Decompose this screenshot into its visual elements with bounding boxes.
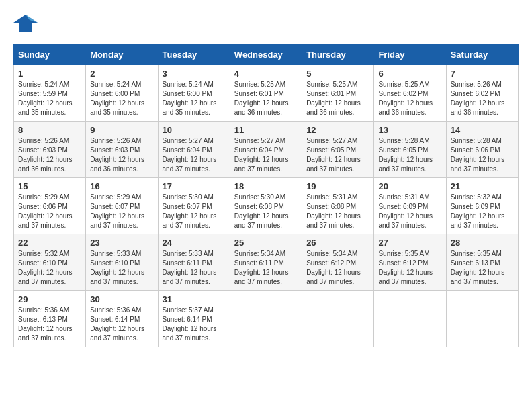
day-number: 28 bbox=[451, 238, 514, 248]
day-number: 3 bbox=[163, 68, 226, 79]
day-info: Sunrise: 5:26 AMSunset: 6:03 PMDaylight:… bbox=[18, 136, 81, 174]
calendar-cell: 23Sunrise: 5:33 AMSunset: 6:10 PMDayligh… bbox=[86, 234, 158, 291]
calendar-cell: 10Sunrise: 5:27 AMSunset: 6:04 PMDayligh… bbox=[158, 122, 230, 178]
calendar-cell: 17Sunrise: 5:30 AMSunset: 6:07 PMDayligh… bbox=[158, 178, 230, 234]
day-number: 1 bbox=[18, 68, 81, 79]
calendar-cell: 22Sunrise: 5:32 AMSunset: 6:10 PMDayligh… bbox=[14, 234, 86, 291]
day-info: Sunrise: 5:24 AMSunset: 5:59 PMDaylight:… bbox=[18, 80, 81, 118]
calendar-cell: 5Sunrise: 5:25 AMSunset: 6:01 PMDaylight… bbox=[302, 65, 374, 122]
day-number: 11 bbox=[234, 125, 298, 135]
day-info: Sunrise: 5:34 AMSunset: 6:12 PMDaylight:… bbox=[306, 249, 369, 287]
calendar-cell: 14Sunrise: 5:28 AMSunset: 6:06 PMDayligh… bbox=[446, 122, 518, 178]
calendar-cell: 29Sunrise: 5:36 AMSunset: 6:13 PMDayligh… bbox=[14, 291, 86, 347]
calendar-cell: 19Sunrise: 5:31 AMSunset: 6:08 PMDayligh… bbox=[302, 178, 374, 234]
day-info: Sunrise: 5:29 AMSunset: 6:07 PMDaylight:… bbox=[90, 193, 153, 230]
day-info: Sunrise: 5:25 AMSunset: 6:02 PMDaylight:… bbox=[378, 80, 441, 118]
day-info: Sunrise: 5:37 AMSunset: 6:14 PMDaylight:… bbox=[163, 306, 226, 343]
calendar-cell: 31Sunrise: 5:37 AMSunset: 6:14 PMDayligh… bbox=[158, 291, 230, 347]
day-number: 7 bbox=[451, 68, 514, 79]
day-number: 16 bbox=[90, 181, 153, 191]
calendar-week-row: 8Sunrise: 5:26 AMSunset: 6:03 PMDaylight… bbox=[14, 122, 519, 178]
day-number: 31 bbox=[163, 294, 226, 304]
day-info: Sunrise: 5:27 AMSunset: 6:04 PMDaylight:… bbox=[234, 136, 298, 174]
calendar-cell: 9Sunrise: 5:26 AMSunset: 6:03 PMDaylight… bbox=[86, 122, 158, 178]
calendar-cell bbox=[446, 291, 518, 347]
day-number: 15 bbox=[18, 181, 81, 191]
day-info: Sunrise: 5:33 AMSunset: 6:11 PMDaylight:… bbox=[163, 249, 226, 287]
calendar-day-header: Saturday bbox=[446, 45, 518, 65]
day-info: Sunrise: 5:25 AMSunset: 6:01 PMDaylight:… bbox=[234, 80, 298, 118]
calendar-week-row: 15Sunrise: 5:29 AMSunset: 6:06 PMDayligh… bbox=[14, 178, 519, 234]
day-number: 20 bbox=[378, 181, 441, 191]
calendar-week-row: 22Sunrise: 5:32 AMSunset: 6:10 PMDayligh… bbox=[14, 234, 519, 291]
day-info: Sunrise: 5:28 AMSunset: 6:05 PMDaylight:… bbox=[378, 136, 441, 174]
calendar-cell: 20Sunrise: 5:31 AMSunset: 6:09 PMDayligh… bbox=[374, 178, 446, 234]
calendar-cell: 25Sunrise: 5:34 AMSunset: 6:11 PMDayligh… bbox=[230, 234, 302, 291]
day-info: Sunrise: 5:27 AMSunset: 6:05 PMDaylight:… bbox=[306, 136, 369, 174]
calendar-cell: 28Sunrise: 5:35 AMSunset: 6:13 PMDayligh… bbox=[446, 234, 518, 291]
calendar-day-header: Tuesday bbox=[158, 45, 230, 65]
day-info: Sunrise: 5:31 AMSunset: 6:09 PMDaylight:… bbox=[378, 193, 441, 230]
day-number: 21 bbox=[451, 181, 514, 191]
day-info: Sunrise: 5:36 AMSunset: 6:14 PMDaylight:… bbox=[90, 306, 153, 343]
logo bbox=[13, 13, 42, 34]
day-info: Sunrise: 5:34 AMSunset: 6:11 PMDaylight:… bbox=[234, 249, 298, 287]
calendar-day-header: Friday bbox=[374, 45, 446, 65]
calendar-cell: 6Sunrise: 5:25 AMSunset: 6:02 PMDaylight… bbox=[374, 65, 446, 122]
day-info: Sunrise: 5:27 AMSunset: 6:04 PMDaylight:… bbox=[163, 136, 226, 174]
day-number: 6 bbox=[378, 68, 441, 79]
calendar-week-row: 1Sunrise: 5:24 AMSunset: 5:59 PMDaylight… bbox=[14, 65, 519, 122]
day-info: Sunrise: 5:35 AMSunset: 6:12 PMDaylight:… bbox=[378, 249, 441, 287]
day-number: 13 bbox=[378, 125, 441, 135]
day-number: 25 bbox=[234, 238, 298, 248]
day-info: Sunrise: 5:33 AMSunset: 6:10 PMDaylight:… bbox=[90, 249, 153, 287]
calendar-day-header: Thursday bbox=[302, 45, 374, 65]
day-info: Sunrise: 5:30 AMSunset: 6:07 PMDaylight:… bbox=[163, 193, 226, 230]
day-info: Sunrise: 5:25 AMSunset: 6:01 PMDaylight:… bbox=[306, 80, 369, 118]
day-info: Sunrise: 5:36 AMSunset: 6:13 PMDaylight:… bbox=[18, 306, 81, 343]
calendar-cell: 26Sunrise: 5:34 AMSunset: 6:12 PMDayligh… bbox=[302, 234, 374, 291]
day-number: 14 bbox=[451, 125, 514, 135]
day-info: Sunrise: 5:32 AMSunset: 6:09 PMDaylight:… bbox=[451, 193, 514, 230]
day-number: 22 bbox=[18, 238, 81, 248]
day-info: Sunrise: 5:26 AMSunset: 6:03 PMDaylight:… bbox=[90, 136, 153, 174]
calendar-cell: 21Sunrise: 5:32 AMSunset: 6:09 PMDayligh… bbox=[446, 178, 518, 234]
calendar-cell: 24Sunrise: 5:33 AMSunset: 6:11 PMDayligh… bbox=[158, 234, 230, 291]
day-number: 17 bbox=[163, 181, 226, 191]
day-number: 9 bbox=[90, 125, 153, 135]
day-number: 30 bbox=[90, 294, 153, 304]
page-header bbox=[13, 13, 519, 34]
day-number: 23 bbox=[90, 238, 153, 248]
day-info: Sunrise: 5:32 AMSunset: 6:10 PMDaylight:… bbox=[18, 249, 81, 287]
calendar-header-row: SundayMondayTuesdayWednesdayThursdayFrid… bbox=[14, 45, 519, 65]
day-number: 4 bbox=[234, 68, 298, 79]
day-number: 8 bbox=[18, 125, 81, 135]
day-info: Sunrise: 5:24 AMSunset: 6:00 PMDaylight:… bbox=[90, 80, 153, 118]
day-number: 19 bbox=[306, 181, 369, 191]
calendar-cell: 8Sunrise: 5:26 AMSunset: 6:03 PMDaylight… bbox=[14, 122, 86, 178]
day-number: 24 bbox=[163, 238, 226, 248]
day-number: 12 bbox=[306, 125, 369, 135]
calendar-cell bbox=[302, 291, 374, 347]
calendar-cell: 12Sunrise: 5:27 AMSunset: 6:05 PMDayligh… bbox=[302, 122, 374, 178]
calendar-week-row: 29Sunrise: 5:36 AMSunset: 6:13 PMDayligh… bbox=[14, 291, 519, 347]
day-info: Sunrise: 5:24 AMSunset: 6:00 PMDaylight:… bbox=[163, 80, 226, 118]
day-number: 5 bbox=[306, 68, 369, 79]
calendar-day-header: Wednesday bbox=[230, 45, 302, 65]
day-info: Sunrise: 5:28 AMSunset: 6:06 PMDaylight:… bbox=[451, 136, 514, 174]
calendar-day-header: Monday bbox=[86, 45, 158, 65]
svg-marker-0 bbox=[13, 15, 38, 32]
calendar-cell: 15Sunrise: 5:29 AMSunset: 6:06 PMDayligh… bbox=[14, 178, 86, 234]
calendar-cell: 3Sunrise: 5:24 AMSunset: 6:00 PMDaylight… bbox=[158, 65, 230, 122]
day-number: 29 bbox=[18, 294, 81, 304]
calendar-cell: 4Sunrise: 5:25 AMSunset: 6:01 PMDaylight… bbox=[230, 65, 302, 122]
calendar-cell: 16Sunrise: 5:29 AMSunset: 6:07 PMDayligh… bbox=[86, 178, 158, 234]
day-info: Sunrise: 5:35 AMSunset: 6:13 PMDaylight:… bbox=[451, 249, 514, 287]
calendar-cell: 18Sunrise: 5:30 AMSunset: 6:08 PMDayligh… bbox=[230, 178, 302, 234]
calendar-cell: 11Sunrise: 5:27 AMSunset: 6:04 PMDayligh… bbox=[230, 122, 302, 178]
day-info: Sunrise: 5:31 AMSunset: 6:08 PMDaylight:… bbox=[306, 193, 369, 230]
day-info: Sunrise: 5:29 AMSunset: 6:06 PMDaylight:… bbox=[18, 193, 81, 230]
calendar-cell bbox=[230, 291, 302, 347]
day-number: 2 bbox=[90, 68, 153, 79]
day-number: 10 bbox=[163, 125, 226, 135]
